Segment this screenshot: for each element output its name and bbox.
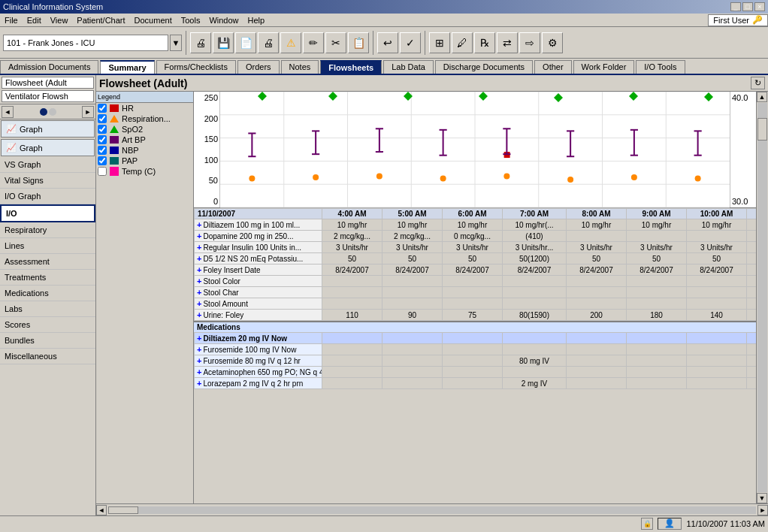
vitals-cell-2-2[interactable]: 3 Units/hr <box>443 242 503 253</box>
med-cell-4-7[interactable]: 2 mg IV <box>747 378 757 389</box>
minimize-button[interactable]: _ <box>730 2 741 11</box>
scroll-right-btn[interactable]: ► <box>757 505 768 515</box>
vitals-cell-7-1[interactable] <box>382 298 443 310</box>
vitals-cell-5-2[interactable] <box>443 276 503 287</box>
med-cell-0-1[interactable] <box>382 333 443 344</box>
patient-selector[interactable]: 101 - Frank Jones - ICU <box>3 35 168 51</box>
med-cell-0-5[interactable] <box>627 333 687 344</box>
med-cell-4-1[interactable] <box>382 378 443 389</box>
legend-artbp-check[interactable] <box>98 135 107 144</box>
legend-pap-check[interactable] <box>98 156 107 165</box>
vitals-cell-2-7[interactable]: 3 Units/hr... <box>747 242 757 253</box>
vitals-cell-3-2[interactable]: 50 <box>443 253 503 264</box>
vitals-cell-1-0[interactable]: 2 mcg/kg... <box>322 231 382 242</box>
vitals-cell-6-7[interactable] <box>747 287 757 298</box>
vitals-cell-3-1[interactable]: 50 <box>382 253 443 264</box>
scroll-left-btn[interactable]: ◄ <box>96 505 107 515</box>
med-cell-1-0[interactable] <box>322 344 382 355</box>
check-btn[interactable]: ✓ <box>400 32 421 53</box>
med-cell-1-7[interactable] <box>747 344 757 355</box>
med-cell-3-2[interactable] <box>443 367 503 378</box>
vitals-cell-7-4[interactable] <box>567 298 627 310</box>
menu-help[interactable]: Help <box>243 15 270 26</box>
undo-btn[interactable]: ↩ <box>377 32 398 53</box>
sidebar-item-scores[interactable]: Scores <box>0 317 95 333</box>
vitals-cell-3-3[interactable]: 50(1200) <box>503 253 567 264</box>
tab-workfolder[interactable]: Work Folder <box>573 60 635 74</box>
menu-tools[interactable]: Tools <box>177 15 205 26</box>
sidebar-item-labs[interactable]: Labs <box>0 301 95 317</box>
vitals-cell-6-6[interactable] <box>687 287 747 298</box>
med-cell-2-6[interactable] <box>687 355 747 367</box>
refresh-button[interactable]: ↻ <box>751 77 765 89</box>
sidebar-item-graph1[interactable]: 📈 Graph <box>1 120 95 138</box>
med-cell-1-6[interactable] <box>687 344 747 355</box>
sidebar-item-treatments[interactable]: Treatments <box>0 270 95 286</box>
vitals-cell-0-6[interactable]: 10 mg/hr <box>687 219 747 231</box>
menu-document[interactable]: Document <box>130 15 177 26</box>
vitals-cell-4-0[interactable]: 8/24/2007 <box>322 264 382 276</box>
tab-labdata[interactable]: Lab Data <box>383 60 434 74</box>
sidebar-item-iograph[interactable]: I/O Graph <box>0 189 95 204</box>
vitals-cell-1-2[interactable]: 0 mcg/kg... <box>443 231 503 242</box>
vitals-cell-0-5[interactable]: 10 mg/hr <box>627 219 687 231</box>
med-cell-0-6[interactable] <box>687 333 747 344</box>
pen-btn[interactable]: 🖊 <box>452 32 473 53</box>
vitals-cell-7-2[interactable] <box>443 298 503 310</box>
settings-btn[interactable]: ⚙ <box>542 32 563 53</box>
sidebar-item-misc[interactable]: Miscellaneous <box>0 349 95 364</box>
vitals-cell-6-2[interactable] <box>443 287 503 298</box>
cut-btn[interactable]: ✂ <box>325 32 346 53</box>
sidebar-item-medications[interactable]: Medications <box>0 286 95 301</box>
med-cell-0-0[interactable] <box>322 333 382 344</box>
vitals-cell-1-5[interactable] <box>627 231 687 242</box>
sidebar-next[interactable]: ► <box>82 106 94 118</box>
vitals-cell-4-6[interactable]: 8/24/2007 <box>687 264 747 276</box>
vitals-cell-6-0[interactable] <box>322 287 382 298</box>
vitals-cell-5-4[interactable] <box>567 276 627 287</box>
vitals-cell-1-3[interactable]: (410) <box>503 231 567 242</box>
vitals-cell-8-4[interactable]: 200 <box>567 310 627 321</box>
med-cell-1-2[interactable] <box>443 344 503 355</box>
patient-dropdown[interactable]: ▼ <box>170 35 182 51</box>
vitals-cell-2-1[interactable]: 3 Units/hr <box>382 242 443 253</box>
vitals-cell-3-5[interactable]: 50 <box>627 253 687 264</box>
vitals-cell-2-3[interactable]: 3 Units/hr... <box>503 242 567 253</box>
med-cell-1-5[interactable] <box>627 344 687 355</box>
vitals-cell-3-6[interactable]: 50 <box>687 253 747 264</box>
tab-notes[interactable]: Notes <box>281 60 319 74</box>
vitals-cell-5-3[interactable] <box>503 276 567 287</box>
legend-hr-check[interactable] <box>98 104 107 113</box>
med-cell-2-7[interactable] <box>747 355 757 367</box>
vitals-cell-6-1[interactable] <box>382 287 443 298</box>
vitals-cell-7-3[interactable] <box>503 298 567 310</box>
vitals-cell-5-7[interactable] <box>747 276 757 287</box>
vitals-cell-8-6[interactable]: 140 <box>687 310 747 321</box>
rx-btn[interactable]: ℞ <box>474 32 495 53</box>
med-cell-1-3[interactable] <box>503 344 567 355</box>
med-cell-4-2[interactable] <box>443 378 503 389</box>
vitals-cell-2-6[interactable]: 3 Units/hr <box>687 242 747 253</box>
med-cell-2-2[interactable] <box>443 355 503 367</box>
vitals-cell-5-0[interactable] <box>322 276 382 287</box>
vitals-cell-4-5[interactable]: 8/24/2007 <box>627 264 687 276</box>
vitals-cell-2-5[interactable]: 3 Units/hr <box>627 242 687 253</box>
sidebar-item-vsgraph[interactable]: VS Graph <box>0 157 95 173</box>
sidebar-item-lines[interactable]: Lines <box>0 238 95 254</box>
vitals-cell-1-7[interactable]: (0) <box>747 231 757 242</box>
med-cell-1-4[interactable] <box>567 344 627 355</box>
export-btn[interactable]: ⇨ <box>519 32 540 53</box>
vitals-cell-1-1[interactable]: 2 mcg/kg... <box>382 231 443 242</box>
med-cell-2-3[interactable]: 80 mg IV <box>503 355 567 367</box>
vitals-cell-0-4[interactable]: 10 mg/hr <box>567 219 627 231</box>
med-cell-3-3[interactable] <box>503 367 567 378</box>
vitals-cell-3-0[interactable]: 50 <box>322 253 382 264</box>
vitals-cell-3-7[interactable]: 50(200) <box>747 253 757 264</box>
tab-other[interactable]: Other <box>534 60 572 74</box>
med-cell-4-0[interactable] <box>322 378 382 389</box>
horizontal-scrollbar[interactable]: ◄ ► <box>96 503 768 515</box>
med-cell-4-6[interactable] <box>687 378 747 389</box>
print-btn[interactable]: 🖨 <box>190 32 211 53</box>
med-cell-3-7[interactable] <box>747 367 757 378</box>
med-cell-3-4[interactable] <box>567 367 627 378</box>
